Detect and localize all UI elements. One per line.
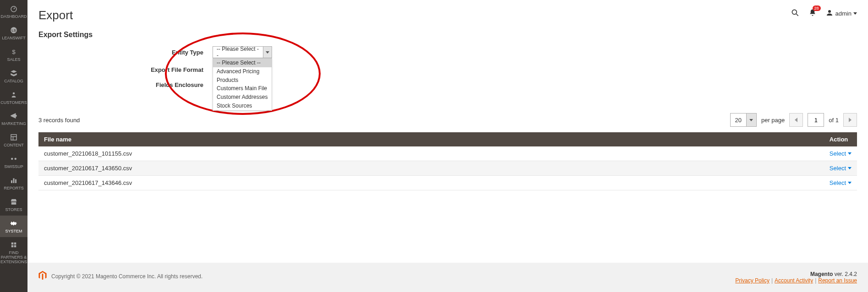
svg-point-17	[792, 10, 797, 14]
svg-rect-10	[11, 180, 12, 183]
nav-sales[interactable]: $ SALES	[0, 44, 27, 65]
row-action-select[interactable]: Select	[830, 165, 852, 172]
svg-rect-13	[11, 243, 14, 245]
notifications-button[interactable]: 28	[808, 8, 817, 19]
swissup-icon	[9, 154, 18, 163]
system-icon	[9, 219, 18, 228]
table-row: customer_20210618_101155.csv Select	[38, 146, 857, 161]
entity-type-select[interactable]: -- Please Select --	[213, 46, 272, 58]
content-icon	[9, 133, 18, 142]
chevron-left-icon	[795, 118, 797, 122]
entity-type-option[interactable]: Customers Main File	[213, 84, 272, 93]
svg-point-9	[15, 158, 17, 160]
stores-icon	[9, 197, 18, 206]
col-action: Action	[824, 132, 857, 146]
export-file-format-label: Export File Format	[38, 66, 213, 73]
nav-reports[interactable]: REPORTS	[0, 173, 27, 194]
catalog-icon	[9, 69, 18, 78]
copyright-text: Copyright © 2021 Magento Commerce Inc. A…	[51, 273, 202, 280]
chevron-down-icon	[848, 167, 852, 169]
export-settings-form: Entity Type -- Please Select -- -- Pleas…	[27, 46, 868, 110]
main-content: Export 28 admin Export Settings Entity T…	[27, 0, 868, 292]
nav-catalog[interactable]: CATALOG	[0, 65, 27, 87]
entity-type-option[interactable]: Products	[213, 76, 272, 85]
page-footer: Copyright © 2021 Magento Commerce Inc. A…	[27, 263, 868, 292]
chevron-down-icon	[848, 182, 852, 184]
grid-toolbar: 3 records found 20 per page of 1	[27, 110, 868, 132]
records-found-text: 3 records found	[38, 117, 80, 124]
page-input[interactable]	[808, 113, 824, 127]
marketing-icon	[9, 111, 18, 120]
page-of-label: of 1	[829, 117, 839, 124]
svg-point-8	[11, 158, 13, 160]
chevron-down-icon	[746, 114, 756, 126]
chevron-right-icon	[849, 118, 852, 122]
partners-icon	[9, 240, 18, 249]
entity-type-option[interactable]: -- Please Select --	[213, 59, 272, 67]
header-tools: 28 admin	[791, 8, 857, 19]
nav-content[interactable]: CONTENT	[0, 130, 27, 151]
svg-rect-5	[11, 135, 16, 140]
cell-filename: customer_20210617_143646.csv	[38, 176, 824, 190]
table-row: customer_20210617_143650.csv Select	[38, 161, 857, 176]
chevron-down-icon	[848, 152, 852, 155]
user-icon	[825, 9, 834, 18]
per-page-select[interactable]: 20	[730, 113, 757, 127]
svg-rect-16	[14, 245, 16, 248]
table-row: customer_20210617_143646.csv Select	[38, 176, 857, 190]
per-page-label: per page	[761, 117, 785, 124]
svg-point-19	[828, 10, 831, 13]
svg-line-18	[796, 14, 798, 16]
admin-sidebar: DASHBOARD LS LEANSWIFT $ SALES CATALOG C…	[0, 0, 27, 292]
row-action-select[interactable]: Select	[830, 150, 852, 157]
svg-rect-14	[14, 243, 16, 245]
export-files-table: File name Action customer_20210618_10115…	[38, 132, 857, 190]
version-text: ver. 2.4.2	[835, 271, 857, 277]
nav-partners[interactable]: FIND PARTNERS & EXTENSIONS	[0, 237, 27, 268]
user-name: admin	[835, 10, 852, 17]
row-action-select[interactable]: Select	[830, 179, 852, 186]
cell-filename: customer_20210617_143650.csv	[38, 161, 824, 176]
notification-count: 28	[813, 5, 821, 11]
user-menu[interactable]: admin	[825, 9, 857, 18]
export-settings-title: Export Settings	[27, 27, 868, 46]
brand-name: Magento	[810, 271, 833, 277]
entity-type-dropdown: -- Please Select -- Advanced Pricing Pro…	[213, 58, 272, 111]
privacy-policy-link[interactable]: Privacy Policy	[735, 277, 770, 284]
chevron-down-icon	[853, 12, 857, 15]
next-page-button[interactable]	[843, 113, 857, 127]
leanswift-icon: LS	[9, 26, 18, 35]
nav-swissup[interactable]: SWISSUP	[0, 151, 27, 173]
fields-enclosure-label: Fields Enclosure	[38, 81, 213, 88]
entity-type-option[interactable]: Stock Sources	[213, 102, 272, 110]
reports-icon	[9, 176, 18, 185]
svg-text:$: $	[12, 48, 16, 55]
customers-icon	[9, 90, 18, 99]
nav-dashboard[interactable]: DASHBOARD	[0, 1, 27, 22]
entity-type-option[interactable]: Customer Addresses	[213, 93, 272, 102]
page-title: Export	[38, 8, 73, 22]
nav-leanswift[interactable]: LS LEANSWIFT	[0, 22, 27, 44]
chevron-down-icon	[263, 47, 272, 58]
bell-icon	[808, 12, 817, 19]
nav-stores[interactable]: STORES	[0, 194, 27, 216]
nav-system[interactable]: SYSTEM	[0, 216, 27, 237]
svg-rect-15	[11, 245, 14, 248]
svg-point-4	[13, 92, 15, 94]
prev-page-button[interactable]	[789, 113, 803, 127]
svg-rect-12	[15, 179, 16, 183]
entity-type-option[interactable]: Advanced Pricing	[213, 67, 272, 76]
entity-type-selected-value: -- Please Select --	[213, 46, 263, 59]
report-issue-link[interactable]: Report an Issue	[818, 277, 857, 284]
search-icon[interactable]	[791, 8, 800, 19]
svg-text:LS: LS	[11, 28, 16, 32]
magento-logo-icon	[38, 271, 47, 281]
nav-marketing[interactable]: MARKETING	[0, 108, 27, 130]
account-activity-link[interactable]: Account Activity	[775, 277, 813, 284]
dashboard-icon	[9, 4, 18, 13]
sales-icon: $	[9, 47, 18, 56]
cell-filename: customer_20210618_101155.csv	[38, 146, 824, 161]
nav-customers[interactable]: CUSTOMERS	[0, 87, 27, 108]
col-filename[interactable]: File name	[38, 132, 824, 146]
svg-rect-11	[13, 178, 15, 184]
